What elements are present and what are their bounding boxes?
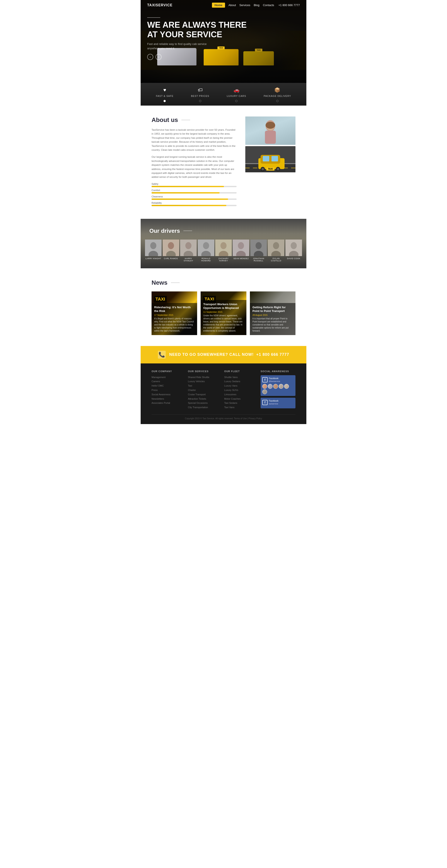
svg-point-17 <box>150 242 156 249</box>
footer-link-special-occasions[interactable]: Special Occasions <box>188 401 218 405</box>
nav-blog[interactable]: Blog <box>254 3 259 7</box>
footer-link-attraction-tickets[interactable]: Attraction Tickets <box>188 397 218 401</box>
driver-dylan-castillo: DYLAN CASTILLO <box>268 240 284 262</box>
footer-link-taxi-sedans[interactable]: Taxi Sedans <box>224 401 254 405</box>
footer-link-motor-coaches[interactable]: Motor Coaches <box>224 397 254 401</box>
svg-point-35 <box>256 242 262 249</box>
driver-photo-jonathan <box>250 240 267 256</box>
cta-text: NEED TO GO SOMEWHERE? CALL NOW! +1 800 6… <box>169 352 289 357</box>
feature-dot-1 <box>163 100 166 102</box>
about-title: About us <box>152 117 236 123</box>
hero-section: TAXI TAXI WE ARE ALWAYS THERE AT YOUR SE… <box>141 0 306 83</box>
driver-name-zachary: ZACHARY HARVEY <box>215 257 232 262</box>
cta-banner[interactable]: 📞 NEED TO GO SOMEWHERE? CALL NOW! +1 800… <box>141 346 306 364</box>
tag-icon: 🏷 <box>198 87 202 93</box>
footer-link-associates-portal[interactable]: Associates Portal <box>152 401 182 405</box>
driver-zachary-harvey: ZACHARY HARVEY <box>215 240 232 262</box>
footer-fleet-title: OUR FLEET <box>224 370 254 373</box>
driver-carl-ramos: CARL RAMOS <box>162 240 179 262</box>
driver-photo-david <box>285 240 302 256</box>
skill-cleanness: Cleanness <box>152 195 236 200</box>
about-image-bottom: TAXI <box>245 146 295 172</box>
footer-link-luxury-sedans[interactable]: Luxury Sedans <box>224 379 254 384</box>
news-section: News TAXI Ridesharing: It's Not Worth th… <box>141 268 306 346</box>
feature-dot-2 <box>199 100 201 102</box>
footer-link-social-awareness[interactable]: Social Awareness <box>152 393 182 397</box>
feature-luxury-cars-label: LUXURY CARS <box>227 95 246 97</box>
hero-prev-button[interactable]: ‹ <box>147 54 153 60</box>
footer-link-limousines[interactable]: Limousines <box>224 393 254 397</box>
drivers-title: Our drivers <box>145 227 302 234</box>
car-icon: 🚗 <box>233 87 240 93</box>
news-title-1: Ridesharing: It's Not Worth the Risk <box>154 306 194 313</box>
about-title-line <box>182 120 190 120</box>
hero-next-button[interactable]: › <box>156 54 162 60</box>
footer-social-title: SOCIAL AWARENESS <box>261 370 295 373</box>
footer-link-press[interactable]: Press <box>152 388 182 393</box>
facebook-faces <box>262 384 294 394</box>
driver-name-harry: HARRY STANLEY <box>180 257 197 262</box>
driver-name-dylan: DYLAN CASTILLO <box>268 257 284 262</box>
nav-home[interactable]: Home <box>212 3 225 8</box>
header-phone: +1 800 666 7777 <box>279 3 300 7</box>
site-logo: TAXISERVICE <box>147 3 212 7</box>
about-images: TAXI <box>245 117 295 208</box>
svg-point-15 <box>277 168 279 170</box>
news-text-2: Under the NSW drivers' agreement, driver… <box>203 314 244 333</box>
news-date-1: 17 September 2015 <box>154 314 194 316</box>
footer-link-newsletters[interactable]: Newsletters <box>152 397 182 401</box>
driver-ronald-howard: RONALD HOWARD <box>197 240 214 262</box>
features-bar: ♥ FAST & SAFE 🏷 BEST PRICES 🚗 LUXURY CAR… <box>141 83 306 105</box>
drivers-grid: LARRY KNIGHT CARL RAMOS <box>145 240 302 262</box>
news-text-3: It is important that all proper Point to… <box>253 317 293 333</box>
about-text-1: TaxiService has been a taxicab service p… <box>152 128 236 152</box>
footer-services: OUR SERVICES Shared Ride Shuttle Luxury … <box>188 370 218 410</box>
skill-comfort: Comfort <box>152 189 236 193</box>
news-card-1[interactable]: TAXI Ridesharing: It's Not Worth the Ris… <box>152 291 197 335</box>
footer-link-city-transportation[interactable]: City Transportation <box>188 405 218 410</box>
news-card-2[interactable]: TAXI Transport Workers Union Opportunism… <box>201 291 246 335</box>
driver-harry-stanley: HARRY STANLEY <box>180 240 197 262</box>
news-title-line <box>171 282 180 283</box>
news-date-2: 11 September 2015 <box>203 311 244 313</box>
svg-rect-2 <box>265 131 276 144</box>
feature-dot-3 <box>235 100 237 102</box>
news-overlay-1: Ridesharing: It's Not Worth the Risk 17 … <box>152 303 197 335</box>
svg-rect-10 <box>263 156 269 161</box>
driver-name-larry: LARRY KNIGHT <box>146 257 161 259</box>
footer-link-shared-ride[interactable]: Shared Ride Shuttle <box>188 375 218 379</box>
driver-photo-sean <box>233 240 249 256</box>
footer-link-cruise-transport[interactable]: Cruise Transport <box>188 393 218 397</box>
footer-link-taxi-vans[interactable]: Taxi Vans <box>224 405 254 410</box>
about-text-2: Our largest and longest running taxicab … <box>152 155 236 179</box>
driver-name-ronald: RONALD HOWARD <box>197 257 214 262</box>
footer-link-hello-dmc[interactable]: Hello! DMC <box>152 384 182 388</box>
nav-services[interactable]: Services <box>240 3 250 7</box>
nav-contacts[interactable]: Contacts <box>263 3 274 7</box>
footer-link-charter[interactable]: Charter <box>188 388 218 393</box>
facebook-name: Facebook@taxiservice <box>269 377 280 383</box>
nav-about[interactable]: About <box>228 3 236 7</box>
footer-link-luxury-suvs[interactable]: Luxury SUVs <box>224 388 254 393</box>
footer-link-management[interactable]: Management <box>152 375 182 379</box>
hero-title: WE ARE ALWAYS THERE AT YOUR SERVICE <box>147 20 300 39</box>
footer-link-luxury-vehicles[interactable]: Luxury Vehicles <box>188 379 218 384</box>
footer-link-careers[interactable]: Careers <box>152 379 182 384</box>
feature-fast-safe: ♥ FAST & SAFE <box>156 87 173 102</box>
news-date-3: 28 August 2015 <box>253 314 293 316</box>
news-card-3[interactable]: Getting Reform Right for Point to Point … <box>250 291 295 335</box>
facebook-widget-1[interactable]: f Facebook@taxiservice <box>261 375 295 396</box>
facebook-widget-2[interactable]: f Facebooktaxiservice <box>261 398 295 408</box>
footer-link-taxi[interactable]: Taxi <box>188 384 218 388</box>
feature-fast-safe-label: FAST & SAFE <box>156 95 173 97</box>
footer-link-luxury-vans[interactable]: Luxury Vans <box>224 384 254 388</box>
svg-point-20 <box>168 242 174 249</box>
driver-david-cook: DAVID COOK <box>285 240 302 262</box>
site-footer: OUR COMPANY Management Careers Hello! DM… <box>141 364 306 424</box>
driver-photo-zachary <box>215 240 232 256</box>
feature-package-delivery-label: PACKAGE DELIVERY <box>264 95 291 97</box>
news-image-1: TAXI Ridesharing: It's Not Worth the Ris… <box>152 291 197 335</box>
footer-link-shuttle-vans[interactable]: Shuttle Vans <box>224 375 254 379</box>
footer-company: OUR COMPANY Management Careers Hello! DM… <box>152 370 182 410</box>
facebook-icon: f <box>262 377 267 382</box>
